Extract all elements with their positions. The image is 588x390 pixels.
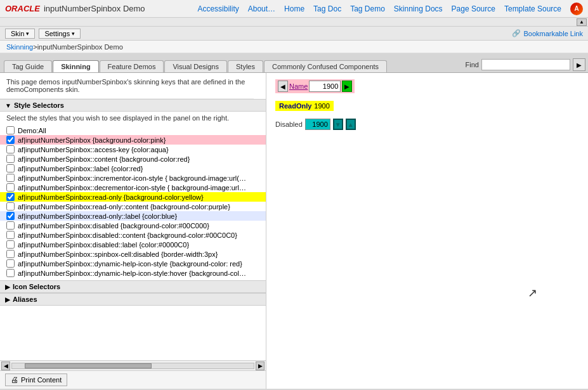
selector-checkbox-ss13[interactable]: [6, 250, 15, 258]
selector-label-ss15[interactable]: af|inputNumberSpinbox::dynamic-help-icon…: [18, 270, 246, 277]
nav-accessibility[interactable]: Accessibility: [197, 4, 238, 13]
scroll-up-button[interactable]: ▲: [577, 18, 587, 26]
disabled-spinbox-row: Disabled ▼ ▲: [275, 119, 579, 130]
settings-dropdown[interactable]: Settings: [39, 29, 81, 39]
selectors-description: Select the styles that you wish to see d…: [0, 112, 266, 126]
icon-selectors-header[interactable]: ▶ Icon Selectors: [0, 280, 266, 293]
selector-checkbox-ss15[interactable]: [6, 269, 15, 277]
scroll-right-arrow[interactable]: ▶: [256, 361, 265, 370]
selector-checkbox-ss14[interactable]: [6, 259, 15, 268]
selector-checkbox-ss4[interactable]: [6, 164, 15, 172]
scroll-left-arrow[interactable]: ◀: [1, 361, 10, 370]
selector-item-ss14: af|inputNumberSpinbox::dynamic-help-icon…: [0, 259, 266, 268]
selector-label-ss8[interactable]: af|inputNumberSpinbox:read-only::content…: [18, 203, 230, 211]
tab-styles[interactable]: Styles: [228, 60, 263, 72]
selector-item-ss10: af|inputNumberSpinbox:disabled {backgrou…: [0, 221, 266, 230]
bookmark-icon: 🔗: [512, 29, 521, 37]
selector-label-ss6[interactable]: af|inputNumberSpinbox::decrementor-icon-…: [18, 184, 246, 192]
selector-checkbox-ss8[interactable]: [6, 202, 15, 211]
selector-checkbox-ss10[interactable]: [6, 221, 15, 230]
find-input[interactable]: [481, 59, 570, 70]
info-text: This page demos inputNumberSpinbox's ski…: [0, 73, 254, 99]
tab-skinning[interactable]: Skinning: [53, 60, 98, 72]
disabled-spinbox-label: Disabled: [275, 120, 303, 128]
normal-spinbox-label: Name: [289, 82, 308, 90]
selector-checkbox-ss5[interactable]: [6, 174, 15, 182]
breadcrumb-current: inputNumberSpinbox Demo: [37, 43, 123, 51]
selector-label-ss7[interactable]: af|inputNumberSpinbox:read-only {backgro…: [18, 193, 204, 201]
print-content-area: 🖨 Print Content: [0, 370, 266, 389]
selector-checkbox-ss9[interactable]: [6, 212, 15, 220]
selector-item-ss9: af|inputNumberSpinbox:read-only::label {…: [0, 211, 266, 221]
main-content: This page demos inputNumberSpinbox's ski…: [0, 72, 588, 389]
breadcrumb-skinning[interactable]: Skinning: [6, 43, 33, 51]
printer-icon: 🖨: [11, 375, 18, 384]
selector-checkbox-ss7[interactable]: [6, 193, 15, 201]
selector-checkbox-ss12[interactable]: [6, 240, 15, 249]
selector-checkbox-ss11[interactable]: [6, 231, 15, 239]
selector-label-ss1[interactable]: af|inputNumberSpinbox {background-color:…: [18, 136, 166, 144]
nav-skinning-docs[interactable]: Skinning Docs: [394, 4, 443, 13]
selector-label-ss10[interactable]: af|inputNumberSpinbox:disabled {backgrou…: [18, 222, 209, 230]
print-content-button[interactable]: 🖨 Print Content: [5, 374, 67, 386]
tab-commonly-confused[interactable]: Commonly Confused Components: [264, 60, 387, 72]
tab-bar: Tag Guide Skinning Feature Demos Visual …: [0, 53, 588, 72]
selector-label-ss2[interactable]: af|inputNumberSpinbox::access-key {color…: [18, 146, 169, 153]
style-selectors-header[interactable]: ▼ Style Selectors: [0, 99, 266, 112]
logo-area: ORACLE inputNumberSpinbox Demo: [5, 4, 145, 13]
left-scrollbar: ◀ ▶: [0, 360, 266, 370]
selector-checkbox-demo-all[interactable]: [6, 126, 15, 134]
selector-item-ss7: af|inputNumberSpinbox:read-only {backgro…: [0, 192, 266, 202]
normal-spinbox-dec-button[interactable]: ◀: [278, 81, 288, 92]
nav-about[interactable]: About…: [248, 4, 275, 13]
find-go-button[interactable]: ▶: [573, 58, 585, 71]
adf-logo-icon: A: [570, 3, 583, 15]
selector-label-ss11[interactable]: af|inputNumberSpinbox:disabled::content …: [18, 231, 237, 239]
selector-label-ss14[interactable]: af|inputNumberSpinbox::dynamic-help-icon…: [18, 260, 242, 268]
scroll-track[interactable]: [11, 363, 254, 369]
readonly-spinbox-label: ReadOnly: [279, 102, 311, 110]
breadcrumb: Skinning > inputNumberSpinbox Demo: [0, 41, 588, 53]
readonly-spinbox-container: ReadOnly 1900: [275, 101, 334, 111]
tab-visual-designs[interactable]: Visual Designs: [164, 60, 227, 72]
skin-dropdown[interactable]: Skin: [5, 29, 35, 39]
selector-label-ss13[interactable]: af|inputNumberSpinbox::spinbox-cell:disa…: [18, 250, 218, 258]
print-content-label: Print Content: [21, 376, 62, 384]
nav-tag-demo[interactable]: Tag Demo: [350, 4, 385, 13]
normal-spinbox-input[interactable]: [309, 81, 341, 92]
aliases-title: Aliases: [13, 296, 37, 303]
selector-label-demo-all[interactable]: Demo:All: [18, 127, 46, 134]
nav-home[interactable]: Home: [284, 4, 304, 13]
tab-tag-guide[interactable]: Tag Guide: [4, 60, 52, 72]
icon-selectors-collapse-icon: ▶: [5, 283, 10, 290]
aliases-header[interactable]: ▶ Aliases: [0, 293, 266, 306]
nav-page-source[interactable]: Page Source: [452, 4, 495, 13]
selector-item-ss11: af|inputNumberSpinbox:disabled::content …: [0, 230, 266, 240]
nav-links: Accessibility About… Home Tag Doc Tag De…: [197, 3, 583, 15]
selector-label-ss12[interactable]: af|inputNumberSpinbox:disabled::label {c…: [18, 241, 189, 249]
scroll-top-bar: ▲: [0, 18, 588, 27]
style-selectors-section: ▼ Style Selectors Select the styles that…: [0, 99, 266, 360]
tab-feature-demos[interactable]: Feature Demos: [100, 60, 164, 72]
selector-checkbox-ss2[interactable]: [6, 145, 15, 153]
disabled-spinbox-inc-button: ▲: [346, 119, 356, 130]
selector-item-ss13: af|inputNumberSpinbox::spinbox-cell:disa…: [0, 249, 266, 259]
disabled-spinbox-container: Disabled ▼ ▲: [275, 119, 356, 130]
selector-checkbox-ss1[interactable]: [6, 136, 15, 144]
normal-spinbox-inc-button[interactable]: ▶: [342, 81, 352, 92]
style-selectors-collapse-icon: ▼: [5, 102, 11, 109]
bookmarkable-link[interactable]: 🔗 Bookmarkable Link: [512, 29, 583, 37]
selector-label-ss5[interactable]: af|inputNumberSpinbox::incrementor-icon-…: [18, 174, 246, 182]
nav-tag-doc[interactable]: Tag Doc: [313, 4, 341, 13]
scroll-thumb[interactable]: [25, 363, 152, 368]
selector-label-ss4[interactable]: af|inputNumberSpinbox::label {color:red}: [18, 165, 143, 172]
selector-checkbox-ss6[interactable]: [6, 183, 15, 192]
selector-checkbox-ss3[interactable]: [6, 155, 15, 163]
selector-item-ss8: af|inputNumberSpinbox:read-only::content…: [0, 202, 266, 211]
selector-item-ss2: af|inputNumberSpinbox::access-key {color…: [0, 145, 266, 154]
find-label: Find: [466, 61, 479, 68]
selector-label-ss9[interactable]: af|inputNumberSpinbox:read-only::label {…: [18, 212, 177, 220]
selector-label-ss3[interactable]: af|inputNumberSpinbox::content {backgrou…: [18, 155, 190, 163]
aliases-collapse-icon: ▶: [5, 296, 10, 303]
nav-template-source[interactable]: Template Source: [504, 4, 561, 13]
